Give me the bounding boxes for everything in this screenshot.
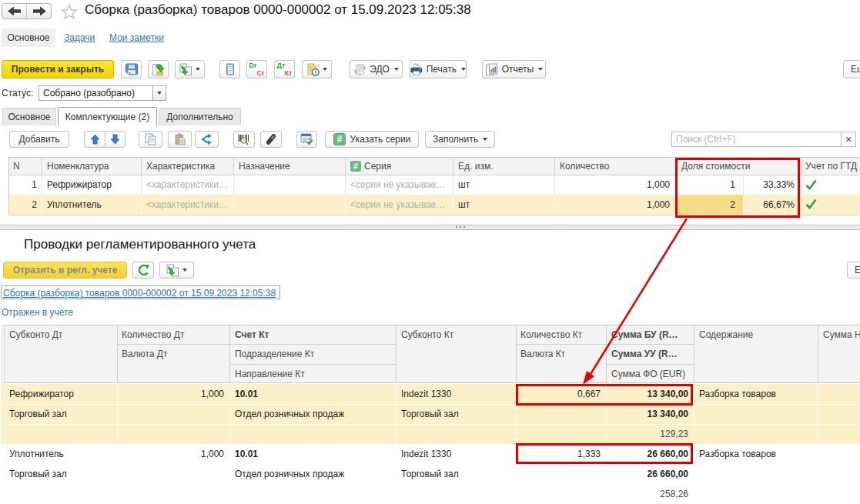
svg-text:#: # (336, 134, 342, 145)
svg-text:#: # (353, 162, 358, 171)
